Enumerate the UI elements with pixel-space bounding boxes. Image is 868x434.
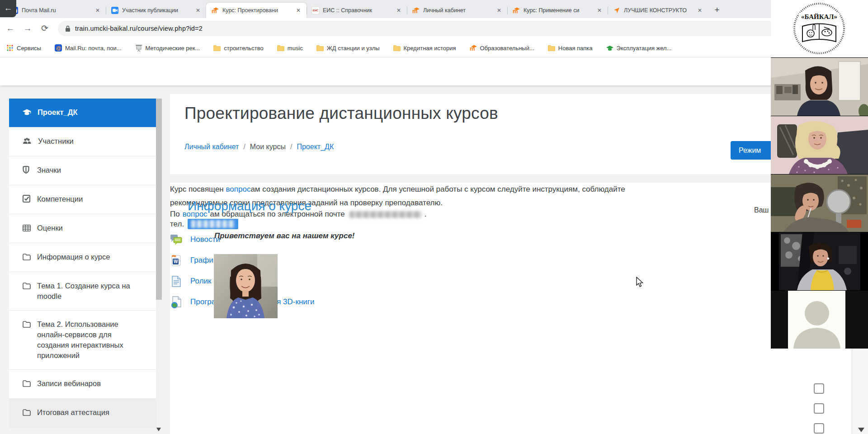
moodle-icon: m [212,7,219,14]
folder-icon [277,44,284,52]
back-button[interactable]: ← [4,22,17,35]
completion-checkbox[interactable] [814,423,824,434]
svg-text:«БАЙКАЛ»: «БАЙКАЛ» [801,13,837,20]
breadcrumb-course-link[interactable]: Проект_ДК [297,143,334,151]
bookmark-label: строительство [224,45,264,52]
breadcrumb-dashboard-link[interactable]: Личный кабинет [184,143,239,151]
tab-dashboard[interactable]: m Личный кабинет ✕ [407,3,507,18]
bookmark-label: Образовательный... [480,45,534,52]
reload-button[interactable]: ⟳ [38,22,52,35]
participant-empty-avatar[interactable] [771,290,868,349]
graduation-cap-icon [23,108,31,118]
page-scroll-down-icon[interactable] [858,428,864,432]
projector-icon [135,44,142,52]
sidebar-item-label: Компетенции [37,194,83,204]
participant-woman-dark-bob[interactable] [771,57,868,116]
tab-close-icon[interactable]: ✕ [596,7,603,14]
glossary-link[interactable]: вопрос [226,185,250,193]
redacted-email [349,211,422,218]
tab-close-icon[interactable]: ✕ [696,7,703,14]
participant-woman-blonde[interactable] [771,116,868,174]
bookmark-stroitelstvo[interactable]: строительство [213,44,264,52]
participant-logo-baikal[interactable]: «БАЙКАЛ» [771,0,868,57]
bookmark-mailru[interactable]: @ Mail.Ru: почта, пои... [55,44,122,52]
tab-zoom[interactable]: Участник публикации ✕ [106,3,206,18]
moodle-icon: m [470,44,477,52]
tab-title: Курс: Применение си [524,7,592,14]
participant-woman-short-hair-mirror[interactable] [771,174,868,232]
sidebar-item-final-attestation[interactable]: Итоговая аттестация [9,399,156,428]
bookmark-label: music [288,45,303,52]
bookmarks-bar: Сервисы @ Mail.Ru: почта, пои... Методич… [0,39,868,57]
tab-close-icon[interactable]: ✕ [194,7,202,14]
bookmark-zhd[interactable]: ЖД станции и узлы [316,44,380,52]
tab-title: Почта Mail.ru [22,7,90,14]
sidebar-scrollbar-thumb[interactable] [156,99,162,300]
participant-woman-in-car[interactable] [771,232,868,290]
breadcrumb-mycourses-link[interactable]: Мои курсы [250,143,286,151]
folder-icon [23,320,31,330]
tab-close-icon[interactable]: ✕ [94,7,101,14]
moodle-icon: m [513,7,520,14]
sidebar-item-course[interactable]: Проект_ДК [9,99,156,127]
sidebar-item-participants[interactable]: Участники [9,127,156,156]
sidebar-item-webinars[interactable]: Записи вебинаров [9,370,156,399]
completion-checkbox[interactable] [814,383,824,394]
new-tab-button[interactable]: + [711,4,723,16]
bookmark-method[interactable]: Методические рек... [135,44,200,52]
sidebar-item-topic1[interactable]: Тема 1. Создание курса на moodle [9,272,156,311]
tab-title: Участник публикации [122,7,191,14]
sidebar-item-course-info[interactable]: Информация о курсе [9,243,156,272]
tab-mail[interactable]: Почта Mail.ru ✕ [5,3,106,18]
welcome-text: Приветствуем вас на нашем курсе! [214,231,355,241]
bookmark-services[interactable]: Сервисы [6,44,41,52]
folder-icon [316,44,324,52]
page-scrollbar-track[interactable] [852,346,868,434]
zoom-icon [111,7,118,14]
tab-close-icon[interactable]: ✕ [395,7,402,14]
your-progress-label: Ваш [754,206,769,214]
bookmark-novaya-papka[interactable]: Новая папка [548,44,593,52]
tab-course-active[interactable]: m Курс: Проектировани ✕ [206,3,307,18]
tab-constructors[interactable]: ЛУЧШИЕ КОНСТРУКТО ✕ [608,3,708,18]
check-square-icon [23,195,31,205]
sidebar-item-label: Тема 2. Использование онлайн-сервисов дл… [37,319,143,361]
breadcrumb-separator: / [243,143,245,151]
address-bar[interactable]: train.umcki-baikal.ru/course/view.php?id… [58,21,841,36]
svg-text:W: W [174,259,178,264]
sidebar-item-badges[interactable]: Значки [9,156,156,185]
forward-button[interactable]: → [21,22,34,35]
globe-page-icon [170,296,182,308]
sidebar-item-competencies[interactable]: Компетенции [9,185,156,214]
bookmark-ekspluatatsiya[interactable]: Эксплуатация жел... [606,44,672,52]
page-icon [170,275,182,288]
bookmark-credit[interactable]: Кредитная история [393,44,456,52]
folder-icon [393,44,401,52]
bookmark-label: Кредитная история [404,45,456,52]
bookmark-label: Эксплуатация жел... [617,45,672,52]
tab-title: ЛУЧШИЕ КОНСТРУКТО [624,7,693,14]
bookmark-label: Методические рек... [146,45,200,52]
bookmark-label: ЖД станции и узлы [327,45,380,52]
sidebar-item-topic2[interactable]: Тема 2. Использование онлайн-сервисов дл… [9,311,156,370]
sidebar-item-label: Тема 1. Создание курса на moodle [37,281,150,302]
sidebar-item-label: Оценки [37,223,63,233]
section-heading[interactable]: Информация о курсе [188,199,311,213]
users-icon [23,137,32,147]
tab-course2[interactable]: m Курс: Применение си ✕ [507,3,608,18]
redacted-phone-highlighted [188,219,238,229]
folder-icon [23,282,31,292]
bookmark-music[interactable]: music [277,44,303,52]
tab-close-icon[interactable]: ✕ [495,7,503,14]
sidebar-item-grades[interactable]: Оценки [9,214,156,243]
word-doc-icon: W [170,255,182,267]
tab-eis[interactable]: ЕИС ЕИС :: Справочник ✕ [307,3,407,18]
course-section-card: Информация о курсе Ваш Приветствуем вас … [170,183,852,434]
bookmark-obrazovatelny[interactable]: m Образовательный... [470,44,534,52]
tab-title: ЕИС :: Справочник [323,7,392,14]
tab-close-icon[interactable]: ✕ [295,7,302,14]
completion-checkbox[interactable] [814,403,824,414]
sidebar-scroll-down-icon[interactable] [156,428,161,431]
course-header-card: Проектирование дистанционных курсов Личн… [170,94,852,174]
url-text: train.umcki-baikal.ru/course/view.php?id… [75,25,203,32]
